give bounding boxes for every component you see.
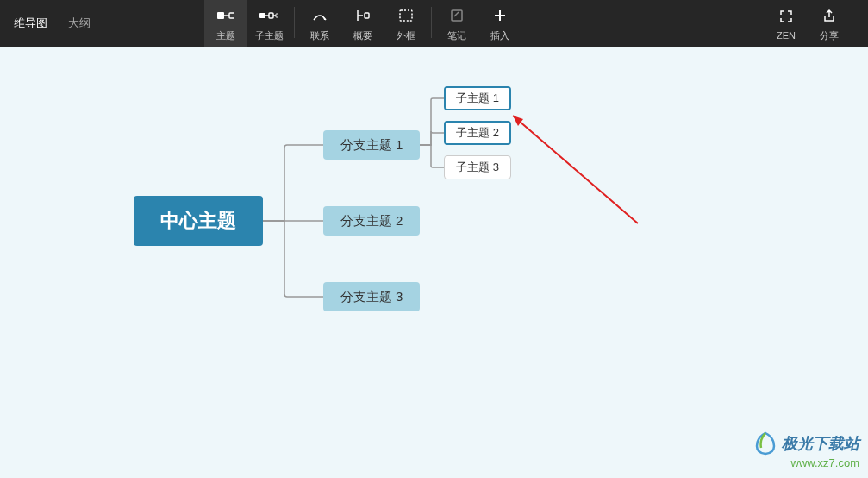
share-button[interactable]: 分享 bbox=[808, 0, 851, 47]
sub-node-3[interactable]: 子主题 3 bbox=[444, 155, 511, 179]
annotation-arrow bbox=[504, 107, 642, 228]
share-icon bbox=[822, 5, 836, 26]
svg-rect-0 bbox=[217, 12, 224, 19]
tab-mindmap[interactable]: 维导图 bbox=[3, 16, 58, 31]
boundary-button[interactable]: 外框 bbox=[384, 0, 428, 47]
branch-node-2[interactable]: 分支主题 2 bbox=[323, 206, 420, 236]
sub-node-1[interactable]: 子主题 1 bbox=[444, 86, 511, 110]
summary-icon bbox=[356, 5, 370, 26]
sub-node-2[interactable]: 子主题 2 bbox=[444, 121, 511, 145]
watermark-url: www.xz7.com bbox=[752, 456, 859, 469]
zen-icon bbox=[779, 6, 793, 27]
relation-button[interactable]: 联系 bbox=[298, 0, 341, 47]
zen-label: ZEN bbox=[777, 30, 796, 41]
tab-group: 维导图 大纲 bbox=[0, 0, 101, 47]
branch-node-3[interactable]: 分支主题 3 bbox=[323, 282, 420, 311]
subtopic-label: 子主题 bbox=[255, 29, 284, 42]
watermark-site-name: 极光下载站 bbox=[782, 433, 859, 454]
svg-rect-2 bbox=[229, 13, 234, 18]
central-topic-node[interactable]: 中心主题 bbox=[134, 196, 263, 246]
topic-label: 主题 bbox=[216, 29, 235, 42]
separator bbox=[431, 7, 432, 38]
notes-label: 笔记 bbox=[447, 29, 466, 42]
summary-button[interactable]: 概要 bbox=[341, 0, 384, 47]
relation-label: 联系 bbox=[310, 29, 329, 42]
insert-icon bbox=[493, 5, 507, 26]
share-label: 分享 bbox=[820, 29, 839, 42]
insert-button[interactable]: 插入 bbox=[478, 0, 521, 47]
top-toolbar: 维导图 大纲 主题 子主题 联系 概要 bbox=[0, 0, 868, 47]
tab-outline[interactable]: 大纲 bbox=[58, 16, 101, 31]
notes-icon bbox=[450, 5, 464, 26]
notes-button[interactable]: 笔记 bbox=[435, 0, 478, 47]
svg-rect-5 bbox=[269, 13, 273, 18]
topic-button[interactable]: 主题 bbox=[204, 0, 247, 47]
zen-button[interactable]: ZEN bbox=[765, 0, 808, 47]
boundary-icon bbox=[399, 5, 413, 26]
mindmap-canvas[interactable]: 中心主题 分支主题 1 分支主题 2 分支主题 3 子主题 1 子主题 2 子主… bbox=[0, 47, 868, 478]
svg-rect-11 bbox=[452, 10, 462, 21]
svg-rect-10 bbox=[400, 10, 412, 21]
svg-rect-7 bbox=[276, 14, 278, 17]
watermark: 极光下载站 www.xz7.com bbox=[752, 431, 859, 469]
svg-rect-9 bbox=[365, 13, 369, 18]
svg-line-15 bbox=[513, 116, 638, 223]
branch-node-1[interactable]: 分支主题 1 bbox=[323, 130, 420, 160]
separator bbox=[294, 7, 295, 38]
summary-label: 概要 bbox=[353, 29, 372, 42]
subtopic-icon bbox=[259, 5, 278, 26]
subtopic-button[interactable]: 子主题 bbox=[247, 0, 290, 47]
boundary-label: 外框 bbox=[397, 29, 415, 42]
svg-rect-3 bbox=[259, 13, 265, 18]
svg-line-12 bbox=[454, 12, 459, 16]
topic-icon bbox=[217, 5, 234, 26]
tool-group-right: ZEN 分享 bbox=[765, 0, 851, 47]
svg-marker-16 bbox=[513, 116, 523, 126]
insert-label: 插入 bbox=[490, 29, 509, 42]
tool-group-main: 主题 子主题 联系 概要 外框 bbox=[204, 0, 521, 47]
watermark-logo-icon bbox=[752, 431, 778, 456]
relation-icon bbox=[312, 5, 328, 26]
